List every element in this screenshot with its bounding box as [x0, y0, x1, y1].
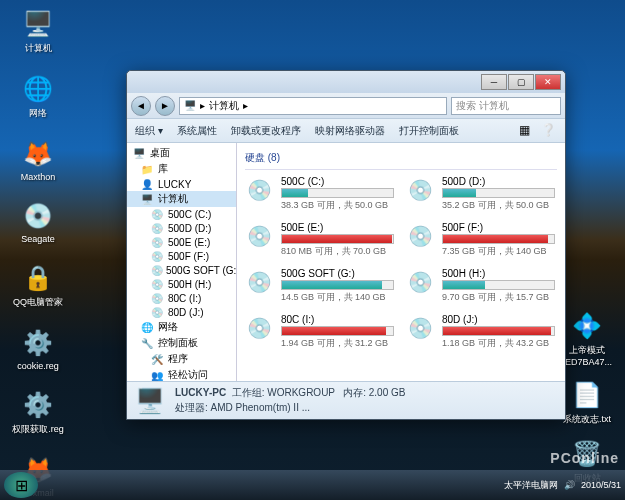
drive-free: 35.2 GB 可用，共 50.0 GB [442, 199, 555, 212]
drive-name: 80C (I:) [281, 314, 394, 325]
drive-item[interactable]: 💿500G SOFT (G:)14.5 GB 可用，共 140 GB [245, 266, 396, 306]
drive-name: 500C (C:) [281, 176, 394, 187]
desktop-icon[interactable]: 📄系统改志.txt [557, 379, 617, 426]
computer-icon: 🖥️ [135, 387, 167, 415]
help-icon[interactable]: ❔ [541, 123, 557, 139]
tree-node[interactable]: 🌐网络 [127, 319, 236, 335]
start-button[interactable]: ⊞ [4, 472, 38, 498]
node-label: LUCKY [158, 179, 191, 190]
toolbar-control-panel[interactable]: 打开控制面板 [399, 124, 459, 138]
search-input[interactable]: 搜索 计算机 [451, 97, 561, 115]
tray-brand: 太平洋电脑网 [504, 479, 558, 492]
tree-node[interactable]: 💿500C (C:) [127, 207, 236, 221]
maximize-button[interactable]: ▢ [508, 74, 534, 90]
desktop-icon[interactable]: ⚙️权限获取.reg [8, 389, 68, 436]
node-icon: 💿 [151, 278, 165, 290]
drive-name: 500D (D:) [442, 176, 555, 187]
capacity-bar [442, 234, 555, 244]
taskbar[interactable]: ⊞ 太平洋电脑网 🔊 2010/5/31 [0, 470, 625, 500]
drive-icon: 💿 [408, 314, 436, 342]
nav-tree[interactable]: 🖥️桌面📁库👤LUCKY🖥️计算机💿500C (C:)💿500D (D:)💿50… [127, 143, 237, 381]
minimize-button[interactable]: ─ [481, 74, 507, 90]
breadcrumb[interactable]: 🖥️ ▸ 计算机 ▸ [179, 97, 447, 115]
drive-item[interactable]: 💿500F (F:)7.35 GB 可用，共 140 GB [406, 220, 557, 260]
drive-free: 1.18 GB 可用，共 43.2 GB [442, 337, 555, 350]
app-icon: 🦊 [22, 138, 54, 170]
icon-label: QQ电脑管家 [13, 296, 63, 309]
tree-node[interactable]: 💿500G SOFT (G:) [127, 263, 236, 277]
tree-node[interactable]: 💿80C (I:) [127, 291, 236, 305]
search-placeholder: 搜索 计算机 [456, 99, 509, 113]
desktop-icon[interactable]: 🌐网络 [8, 73, 68, 120]
titlebar[interactable]: ─ ▢ ✕ [127, 71, 565, 93]
tree-node[interactable]: 💿500F (F:) [127, 249, 236, 263]
tree-node[interactable]: 💿80D (J:) [127, 305, 236, 319]
breadcrumb-sep: ▸ [243, 100, 248, 111]
app-icon: 💿 [22, 200, 54, 232]
speaker-icon[interactable]: 🔊 [564, 480, 575, 490]
tree-node[interactable]: 👤LUCKY [127, 177, 236, 191]
tree-node[interactable]: 📁库 [127, 161, 236, 177]
drive-item[interactable]: 💿500C (C:)38.3 GB 可用，共 50.0 GB [245, 174, 396, 214]
forward-button[interactable]: ► [155, 96, 175, 116]
desktop-icon[interactable]: 🦊Maxthon [8, 138, 68, 182]
toolbar-uninstall[interactable]: 卸载或更改程序 [231, 124, 301, 138]
node-icon: 🖥️ [141, 193, 155, 205]
tree-node[interactable]: 👥轻松访问 [127, 367, 236, 381]
app-icon: 📄 [571, 379, 603, 411]
toolbar-properties[interactable]: 系统属性 [177, 124, 217, 138]
desktop-icon[interactable]: 💠上帝模式 (ED7BA47... [557, 310, 617, 367]
node-icon: 💿 [151, 250, 165, 262]
drive-item[interactable]: 💿500D (D:)35.2 GB 可用，共 50.0 GB [406, 174, 557, 214]
app-icon: 🖥️ [22, 8, 54, 40]
tree-node[interactable]: 💿500D (D:) [127, 221, 236, 235]
drive-icon: 💿 [247, 314, 275, 342]
tree-node[interactable]: 🖥️计算机 [127, 191, 236, 207]
drive-item[interactable]: 💿500E (E:)810 MB 可用，共 70.0 GB [245, 220, 396, 260]
drive-item[interactable]: 💿80D (J:)1.18 GB 可用，共 43.2 GB [406, 312, 557, 352]
tree-node[interactable]: 🖥️桌面 [127, 145, 236, 161]
node-label: 库 [158, 162, 168, 176]
toolbar-organize[interactable]: 组织 ▾ [135, 124, 163, 138]
capacity-bar [442, 326, 555, 336]
group-header[interactable]: 硬盘 (8) [245, 149, 557, 170]
toolbar-map-drive[interactable]: 映射网络驱动器 [315, 124, 385, 138]
desktop-icon[interactable]: 🖥️计算机 [8, 8, 68, 55]
node-icon: 💿 [151, 306, 165, 318]
tree-node[interactable]: 🔧控制面板 [127, 335, 236, 351]
drive-item[interactable]: 💿80C (I:)1.94 GB 可用，共 31.2 GB [245, 312, 396, 352]
close-button[interactable]: ✕ [535, 74, 561, 90]
explorer-window: ─ ▢ ✕ ◄ ► 🖥️ ▸ 计算机 ▸ 搜索 计算机 组织 ▾ 系统属性 卸载… [126, 70, 566, 420]
tree-node[interactable]: 💿500E (E:) [127, 235, 236, 249]
node-label: 500F (F:) [168, 251, 209, 262]
app-icon: ⚙️ [22, 327, 54, 359]
desktop-icon[interactable]: 🔒QQ电脑管家 [8, 262, 68, 309]
capacity-bar [442, 280, 555, 290]
drive-free: 7.35 GB 可用，共 140 GB [442, 245, 555, 258]
icon-label: 计算机 [25, 42, 52, 55]
node-label: 计算机 [158, 192, 188, 206]
tree-node[interactable]: 🛠️程序 [127, 351, 236, 367]
drive-name: 500E (E:) [281, 222, 394, 233]
drive-name: 500H (H:) [442, 268, 555, 279]
desktop-icon[interactable]: 💿Seagate [8, 200, 68, 244]
desktop-icon[interactable]: ⚙️cookie.reg [8, 327, 68, 371]
breadcrumb-text: 计算机 [209, 99, 239, 113]
node-label: 500E (E:) [168, 237, 210, 248]
system-tray[interactable]: 太平洋电脑网 🔊 2010/5/31 [504, 479, 621, 492]
drive-free: 1.94 GB 可用，共 31.2 GB [281, 337, 394, 350]
node-icon: 👥 [151, 369, 165, 381]
drive-item[interactable]: 💿500H (H:)9.70 GB 可用，共 15.7 GB [406, 266, 557, 306]
node-icon: 🛠️ [151, 353, 165, 365]
tree-node[interactable]: 💿500H (H:) [127, 277, 236, 291]
content-pane: 硬盘 (8) 💿500C (C:)38.3 GB 可用，共 50.0 GB💿50… [237, 143, 565, 381]
node-icon: 🖥️ [133, 147, 147, 159]
status-bar: 🖥️ LUCKY-PC 工作组: WORKGROUP 内存: 2.00 GB 处… [127, 381, 565, 419]
icon-label: 系统改志.txt [563, 413, 611, 426]
capacity-bar [281, 280, 394, 290]
node-label: 500G SOFT (G:) [166, 265, 237, 276]
capacity-bar [442, 188, 555, 198]
back-button[interactable]: ◄ [131, 96, 151, 116]
view-icon[interactable]: ▦ [519, 123, 535, 139]
node-icon: 💿 [151, 222, 165, 234]
